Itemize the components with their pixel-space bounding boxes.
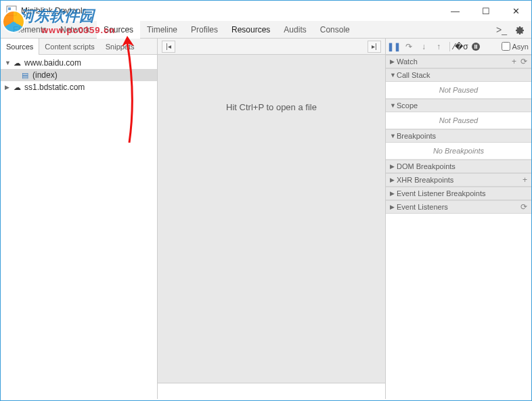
chevron-down-icon: ▼	[5, 60, 12, 66]
editor-body[interactable]: Hit Ctrl+P to open a file	[158, 55, 385, 383]
section-title: Breakpoints	[397, 132, 436, 140]
tab-console[interactable]: Console	[313, 21, 357, 39]
svg-point-2	[472, 43, 480, 51]
section-callstack-header[interactable]: ▼ Call Stack	[386, 68, 531, 82]
close-button[interactable]: ✕	[501, 1, 531, 21]
step-out-icon[interactable]: ↑	[433, 41, 444, 52]
section-scope-header[interactable]: ▼ Scope	[386, 99, 531, 112]
subtab-sources[interactable]: Sources	[1, 39, 39, 55]
tab-profiles[interactable]: Profiles	[184, 21, 225, 39]
editor-statusbar	[158, 383, 385, 399]
add-icon[interactable]: +	[523, 175, 527, 185]
tab-network[interactable]: Network	[53, 21, 97, 39]
section-title: XHR Breakpoints	[397, 176, 453, 184]
breakpoints-body: No Breakpoints	[386, 143, 531, 160]
watch-actions: + ⟳	[512, 57, 527, 66]
refresh-icon[interactable]: ⟳	[520, 202, 527, 212]
refresh-icon[interactable]: ⟳	[520, 57, 527, 66]
section-title: Call Stack	[397, 71, 430, 79]
tab-audits[interactable]: Audits	[277, 21, 313, 39]
section-watch-header[interactable]: ▶ Watch + ⟳	[386, 55, 531, 68]
callstack-body: Not Paused	[386, 82, 531, 99]
tab-timeline[interactable]: Timeline	[140, 21, 184, 39]
debugger-toolbar: ❚❚ ↷ ↓ ↑ ⁄�σ Asyn	[386, 39, 531, 55]
async-label: Asyn	[512, 43, 529, 51]
async-checkbox[interactable]: Asyn	[502, 42, 529, 51]
editor-placeholder: Hit Ctrl+P to open a file	[226, 102, 317, 112]
chevron-right-icon: ▶	[390, 190, 397, 197]
editor-tabbar: |◂ ▸|	[158, 39, 385, 55]
separator	[449, 42, 450, 51]
titlebar: Miniblink Devtools — ☐ ✕	[1, 1, 531, 21]
tab-resources[interactable]: Resources	[225, 21, 277, 39]
tree-label: (index)	[32, 70, 58, 80]
sources-sidebar: Sources Content scripts Snippets ▼ ☁ www…	[1, 39, 158, 399]
section-title: Event Listeners	[397, 203, 448, 211]
drawer-toggle-icon[interactable]: >_	[496, 24, 507, 35]
chevron-down-icon: ▼	[390, 102, 397, 109]
app-icon	[6, 5, 17, 16]
debugger-panel: ❚❚ ↷ ↓ ↑ ⁄�σ Asyn ▶ Watch + ⟳ ▼ Call St	[386, 39, 531, 399]
document-icon: ▤	[20, 70, 30, 80]
svg-rect-1	[8, 7, 11, 10]
chevron-down-icon: ▼	[390, 72, 397, 78]
pause-icon[interactable]: ❚❚	[389, 41, 399, 52]
pause-on-exceptions-icon[interactable]	[470, 41, 481, 52]
editor-panel: |◂ ▸| Hit Ctrl+P to open a file	[158, 39, 386, 399]
chevron-right-icon: ▶	[5, 84, 12, 91]
tab-elements[interactable]: Elements	[6, 21, 53, 39]
settings-gear-icon[interactable]	[514, 24, 525, 35]
tree-file-index[interactable]: ▤ (index)	[1, 69, 157, 81]
devtools-tabs: Elements Network Sources Timeline Profil…	[1, 21, 531, 39]
minimize-button[interactable]: —	[440, 1, 470, 21]
section-event-listener-bp-header[interactable]: ▶ Event Listener Breakpoints	[386, 187, 531, 200]
chevron-right-icon: ▶	[390, 58, 397, 65]
tab-sources[interactable]: Sources	[97, 21, 140, 39]
chevron-right-icon: ▶	[390, 204, 397, 210]
step-over-icon[interactable]: ↷	[403, 41, 414, 52]
sources-subtabs: Sources Content scripts Snippets	[1, 39, 157, 55]
section-title: DOM Breakpoints	[397, 162, 456, 170]
subtab-snippets[interactable]: Snippets	[100, 39, 140, 55]
section-breakpoints-header[interactable]: ▼ Breakpoints	[386, 129, 531, 143]
step-into-icon[interactable]: ↓	[418, 41, 429, 52]
svg-rect-4	[476, 45, 478, 49]
maximize-button[interactable]: ☐	[470, 1, 501, 21]
cloud-icon: ☁	[12, 58, 22, 68]
section-title: Watch	[397, 57, 418, 66]
chevron-right-icon: ▶	[390, 176, 397, 183]
history-back-button[interactable]: |◂	[162, 41, 175, 53]
workarea: Sources Content scripts Snippets ▼ ☁ www…	[1, 39, 531, 399]
cloud-icon: ☁	[12, 82, 22, 92]
scope-body: Not Paused	[386, 112, 531, 129]
history-forward-button[interactable]: ▸|	[368, 41, 381, 53]
section-title: Event Listener Breakpoints	[397, 189, 485, 197]
tree-domain-baidu[interactable]: ▼ ☁ www.baidu.com	[1, 57, 157, 69]
deactivate-breakpoints-icon[interactable]: ⁄�σ	[456, 41, 466, 52]
add-icon[interactable]: +	[512, 57, 516, 66]
tree-label: ss1.bdstatic.com	[24, 82, 85, 92]
chevron-right-icon: ▶	[390, 163, 397, 170]
window-title: Miniblink Devtools	[21, 6, 440, 16]
svg-rect-3	[474, 45, 476, 49]
section-event-listeners-header[interactable]: ▶ Event Listeners ⟳	[386, 200, 531, 214]
file-tree: ▼ ☁ www.baidu.com ▤ (index) ▶ ☁ ss1.bdst…	[1, 55, 157, 399]
section-dom-breakpoints-header[interactable]: ▶ DOM Breakpoints	[386, 160, 531, 173]
async-checkbox-input[interactable]	[502, 42, 510, 51]
chevron-down-icon: ▼	[390, 133, 397, 139]
subtab-content-scripts[interactable]: Content scripts	[39, 39, 99, 55]
tree-domain-ss1[interactable]: ▶ ☁ ss1.bdstatic.com	[1, 81, 157, 93]
tree-label: www.baidu.com	[24, 58, 81, 68]
section-title: Scope	[397, 101, 418, 110]
toolbar-right: >_	[496, 24, 531, 35]
window-buttons: — ☐ ✕	[440, 1, 531, 21]
section-xhr-breakpoints-header[interactable]: ▶ XHR Breakpoints +	[386, 173, 531, 187]
